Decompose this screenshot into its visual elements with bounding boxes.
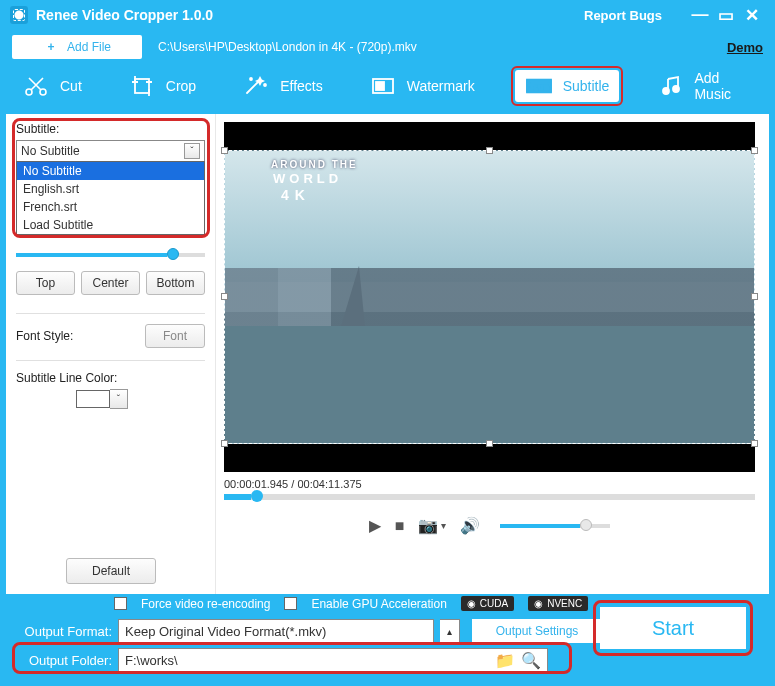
add-file-button[interactable]: + Add File bbox=[12, 35, 142, 59]
font-style-label: Font Style: bbox=[16, 329, 73, 343]
align-bottom-button[interactable]: Bottom bbox=[146, 271, 205, 295]
gpu-accel-checkbox[interactable] bbox=[284, 597, 297, 610]
crop-handle[interactable] bbox=[751, 147, 758, 154]
crop-handle[interactable] bbox=[486, 147, 493, 154]
svg-point-3 bbox=[264, 84, 266, 86]
seek-slider[interactable] bbox=[224, 494, 755, 500]
cuda-badge: ◉CUDA bbox=[461, 596, 514, 611]
snapshot-button[interactable]: 📷▾ bbox=[418, 516, 446, 535]
playback-controls: ▶ ■ 📷▾ 🔊 bbox=[224, 516, 755, 535]
align-center-button[interactable]: Center bbox=[81, 271, 140, 295]
time-display: 00:00:01.945 / 00:04:11.375 bbox=[224, 478, 755, 490]
tab-watermark[interactable]: Watermark bbox=[359, 70, 485, 102]
subtitle-option-none[interactable]: No Subtitle bbox=[17, 162, 204, 180]
tab-crop[interactable]: Crop bbox=[118, 70, 206, 102]
svg-point-4 bbox=[250, 78, 252, 80]
output-folder-input[interactable]: F:\works\ 📁 🔍 bbox=[118, 648, 548, 672]
crop-handle[interactable] bbox=[221, 293, 228, 300]
force-reencode-label: Force video re-encoding bbox=[141, 597, 270, 611]
svg-rect-2 bbox=[135, 79, 149, 93]
plus-icon: + bbox=[43, 39, 59, 55]
subtitle-panel: Subtitle: No Subtitle ˇ No Subtitle Engl… bbox=[6, 114, 216, 594]
tool-tabs: Cut Crop Effects Watermark SUB Subtitle … bbox=[0, 64, 775, 108]
output-format-label: Output Format: bbox=[18, 624, 112, 639]
wand-icon bbox=[242, 74, 270, 98]
close-button[interactable]: ✕ bbox=[739, 5, 765, 26]
subtitle-icon: SUB bbox=[525, 74, 553, 98]
nvenc-badge: ◉NVENC bbox=[528, 596, 588, 611]
subtitle-dropdown: No Subtitle English.srt French.srt Load … bbox=[16, 161, 205, 235]
app-logo-icon bbox=[10, 6, 28, 24]
crop-handle[interactable] bbox=[221, 147, 228, 154]
position-slider[interactable] bbox=[16, 253, 205, 257]
video-overlay-text3: 4K bbox=[281, 187, 311, 203]
color-dropdown-button[interactable]: ˇ bbox=[110, 389, 128, 409]
output-format-combo[interactable]: Keep Original Video Format(*.mkv) bbox=[118, 619, 434, 643]
color-swatch[interactable] bbox=[76, 390, 110, 408]
crop-handle[interactable] bbox=[751, 293, 758, 300]
bottom-bar: Force video re-encoding Enable GPU Accel… bbox=[6, 594, 769, 680]
maximize-button[interactable]: ▭ bbox=[713, 5, 739, 26]
crop-handle[interactable] bbox=[486, 440, 493, 447]
crop-handle[interactable] bbox=[221, 440, 228, 447]
top-row: + Add File C:\Users\HP\Desktop\London in… bbox=[0, 30, 775, 64]
volume-slider[interactable] bbox=[500, 524, 610, 528]
titlebar: Renee Video Cropper 1.0.0 Report Bugs — … bbox=[0, 0, 775, 30]
stop-button[interactable]: ■ bbox=[395, 517, 405, 535]
video-frame[interactable]: AROUND THE WORLD 4K bbox=[224, 122, 755, 472]
subtitle-option-english[interactable]: English.srt bbox=[17, 180, 204, 198]
svg-text:SUB: SUB bbox=[533, 83, 549, 92]
font-button[interactable]: Font bbox=[145, 324, 205, 348]
crop-icon bbox=[128, 74, 156, 98]
tab-cut[interactable]: Cut bbox=[12, 70, 92, 102]
default-button[interactable]: Default bbox=[66, 558, 156, 584]
search-icon[interactable]: 🔍 bbox=[521, 651, 541, 670]
add-file-label: Add File bbox=[67, 40, 111, 54]
crop-handle[interactable] bbox=[751, 440, 758, 447]
video-overlay-text1: AROUND THE bbox=[271, 159, 358, 170]
chevron-down-icon: ˇ bbox=[184, 143, 200, 159]
play-button[interactable]: ▶ bbox=[369, 516, 381, 535]
scissors-icon bbox=[22, 74, 50, 98]
app-title: Renee Video Cropper 1.0.0 bbox=[36, 7, 213, 23]
content-area: Subtitle: No Subtitle ˇ No Subtitle Engl… bbox=[6, 114, 769, 594]
output-format-dropdown-button[interactable]: ▴ bbox=[440, 619, 460, 643]
demo-link[interactable]: Demo bbox=[727, 40, 763, 55]
music-icon bbox=[659, 74, 684, 98]
watermark-icon bbox=[369, 74, 397, 98]
tab-subtitle[interactable]: SUB Subtitle bbox=[515, 70, 620, 102]
svg-rect-6 bbox=[376, 82, 384, 90]
minimize-button[interactable]: — bbox=[687, 5, 713, 25]
subtitle-label: Subtitle: bbox=[16, 122, 205, 136]
report-bugs-link[interactable]: Report Bugs bbox=[584, 8, 662, 23]
force-reencode-checkbox[interactable] bbox=[114, 597, 127, 610]
subtitle-option-load[interactable]: Load Subtitle bbox=[17, 216, 204, 234]
video-overlay-text2: WORLD bbox=[273, 171, 342, 186]
start-button[interactable]: Start bbox=[600, 607, 746, 649]
subtitle-combo[interactable]: No Subtitle ˇ bbox=[16, 140, 205, 162]
tab-add-music[interactable]: Add Music bbox=[649, 66, 763, 106]
start-highlight: Start bbox=[593, 600, 753, 656]
volume-icon[interactable]: 🔊 bbox=[460, 516, 480, 535]
align-top-button[interactable]: Top bbox=[16, 271, 75, 295]
output-folder-label: Output Folder: bbox=[18, 653, 112, 668]
svg-point-10 bbox=[673, 86, 679, 92]
subtitle-option-french[interactable]: French.srt bbox=[17, 198, 204, 216]
crop-region[interactable]: AROUND THE WORLD 4K bbox=[224, 150, 755, 444]
output-settings-button[interactable]: Output Settings bbox=[472, 619, 602, 643]
tab-effects[interactable]: Effects bbox=[232, 70, 333, 102]
gpu-accel-label: Enable GPU Acceleration bbox=[311, 597, 446, 611]
subtitle-combo-value: No Subtitle bbox=[21, 144, 80, 158]
file-path: C:\Users\HP\Desktop\London in 4K - (720p… bbox=[158, 40, 417, 54]
tab-subtitle-highlight: SUB Subtitle bbox=[511, 66, 624, 106]
line-color-label: Subtitle Line Color: bbox=[16, 371, 205, 385]
browse-folder-icon[interactable]: 📁 bbox=[495, 651, 515, 670]
preview-panel: AROUND THE WORLD 4K 00:00:01.945 / 00:04… bbox=[216, 114, 769, 594]
